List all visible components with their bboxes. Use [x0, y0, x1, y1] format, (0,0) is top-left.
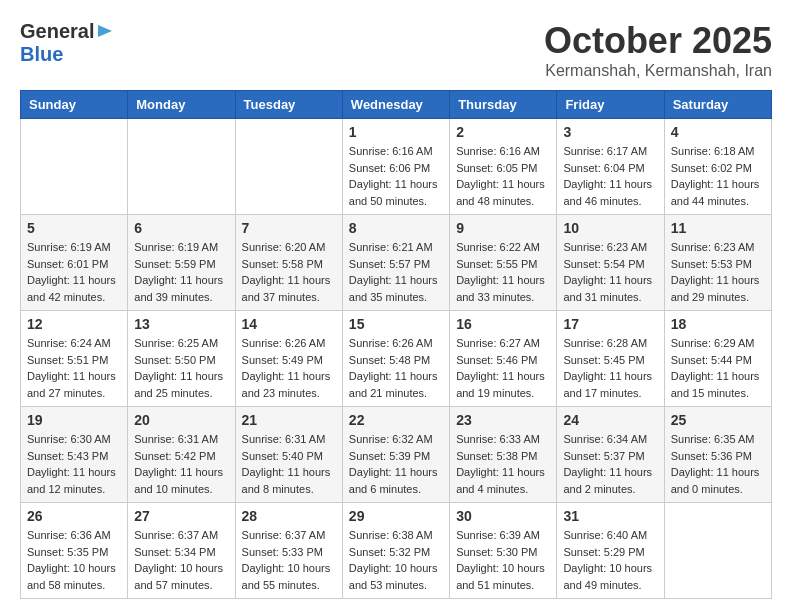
calendar-cell: 16Sunrise: 6:27 AM Sunset: 5:46 PM Dayli…	[450, 311, 557, 407]
calendar-cell: 29Sunrise: 6:38 AM Sunset: 5:32 PM Dayli…	[342, 503, 449, 599]
day-number: 16	[456, 316, 550, 332]
day-info: Sunrise: 6:23 AM Sunset: 5:53 PM Dayligh…	[671, 239, 765, 305]
calendar-cell: 23Sunrise: 6:33 AM Sunset: 5:38 PM Dayli…	[450, 407, 557, 503]
day-info: Sunrise: 6:19 AM Sunset: 5:59 PM Dayligh…	[134, 239, 228, 305]
calendar-cell: 17Sunrise: 6:28 AM Sunset: 5:45 PM Dayli…	[557, 311, 664, 407]
day-info: Sunrise: 6:23 AM Sunset: 5:54 PM Dayligh…	[563, 239, 657, 305]
day-number: 24	[563, 412, 657, 428]
logo-arrow-icon	[96, 22, 114, 40]
day-number: 31	[563, 508, 657, 524]
day-info: Sunrise: 6:29 AM Sunset: 5:44 PM Dayligh…	[671, 335, 765, 401]
header-thursday: Thursday	[450, 91, 557, 119]
header-saturday: Saturday	[664, 91, 771, 119]
day-number: 26	[27, 508, 121, 524]
day-info: Sunrise: 6:31 AM Sunset: 5:40 PM Dayligh…	[242, 431, 336, 497]
day-info: Sunrise: 6:36 AM Sunset: 5:35 PM Dayligh…	[27, 527, 121, 593]
day-number: 22	[349, 412, 443, 428]
day-info: Sunrise: 6:16 AM Sunset: 6:05 PM Dayligh…	[456, 143, 550, 209]
calendar-cell: 27Sunrise: 6:37 AM Sunset: 5:34 PM Dayli…	[128, 503, 235, 599]
day-info: Sunrise: 6:33 AM Sunset: 5:38 PM Dayligh…	[456, 431, 550, 497]
day-info: Sunrise: 6:39 AM Sunset: 5:30 PM Dayligh…	[456, 527, 550, 593]
title-block: October 2025 Kermanshah, Kermanshah, Ira…	[544, 20, 772, 80]
header-sunday: Sunday	[21, 91, 128, 119]
calendar-cell: 8Sunrise: 6:21 AM Sunset: 5:57 PM Daylig…	[342, 215, 449, 311]
calendar-cell: 15Sunrise: 6:26 AM Sunset: 5:48 PM Dayli…	[342, 311, 449, 407]
day-info: Sunrise: 6:19 AM Sunset: 6:01 PM Dayligh…	[27, 239, 121, 305]
week-row-1: 1Sunrise: 6:16 AM Sunset: 6:06 PM Daylig…	[21, 119, 772, 215]
day-number: 18	[671, 316, 765, 332]
calendar-cell: 11Sunrise: 6:23 AM Sunset: 5:53 PM Dayli…	[664, 215, 771, 311]
calendar-cell: 24Sunrise: 6:34 AM Sunset: 5:37 PM Dayli…	[557, 407, 664, 503]
calendar-cell: 5Sunrise: 6:19 AM Sunset: 6:01 PM Daylig…	[21, 215, 128, 311]
calendar-cell: 26Sunrise: 6:36 AM Sunset: 5:35 PM Dayli…	[21, 503, 128, 599]
header-monday: Monday	[128, 91, 235, 119]
calendar-header-row: SundayMondayTuesdayWednesdayThursdayFrid…	[21, 91, 772, 119]
day-number: 23	[456, 412, 550, 428]
calendar-cell: 25Sunrise: 6:35 AM Sunset: 5:36 PM Dayli…	[664, 407, 771, 503]
day-info: Sunrise: 6:21 AM Sunset: 5:57 PM Dayligh…	[349, 239, 443, 305]
week-row-4: 19Sunrise: 6:30 AM Sunset: 5:43 PM Dayli…	[21, 407, 772, 503]
day-number: 30	[456, 508, 550, 524]
day-number: 1	[349, 124, 443, 140]
day-info: Sunrise: 6:20 AM Sunset: 5:58 PM Dayligh…	[242, 239, 336, 305]
calendar-cell: 30Sunrise: 6:39 AM Sunset: 5:30 PM Dayli…	[450, 503, 557, 599]
day-number: 3	[563, 124, 657, 140]
day-info: Sunrise: 6:22 AM Sunset: 5:55 PM Dayligh…	[456, 239, 550, 305]
svg-marker-0	[98, 25, 112, 37]
day-info: Sunrise: 6:37 AM Sunset: 5:33 PM Dayligh…	[242, 527, 336, 593]
day-number: 5	[27, 220, 121, 236]
calendar-cell: 6Sunrise: 6:19 AM Sunset: 5:59 PM Daylig…	[128, 215, 235, 311]
day-info: Sunrise: 6:28 AM Sunset: 5:45 PM Dayligh…	[563, 335, 657, 401]
day-info: Sunrise: 6:26 AM Sunset: 5:49 PM Dayligh…	[242, 335, 336, 401]
header-wednesday: Wednesday	[342, 91, 449, 119]
day-info: Sunrise: 6:31 AM Sunset: 5:42 PM Dayligh…	[134, 431, 228, 497]
day-info: Sunrise: 6:26 AM Sunset: 5:48 PM Dayligh…	[349, 335, 443, 401]
day-number: 14	[242, 316, 336, 332]
calendar-cell: 2Sunrise: 6:16 AM Sunset: 6:05 PM Daylig…	[450, 119, 557, 215]
calendar-subtitle: Kermanshah, Kermanshah, Iran	[544, 62, 772, 80]
calendar-cell: 12Sunrise: 6:24 AM Sunset: 5:51 PM Dayli…	[21, 311, 128, 407]
logo-blue-text: Blue	[20, 43, 63, 66]
day-number: 9	[456, 220, 550, 236]
day-number: 15	[349, 316, 443, 332]
calendar-cell: 22Sunrise: 6:32 AM Sunset: 5:39 PM Dayli…	[342, 407, 449, 503]
header-tuesday: Tuesday	[235, 91, 342, 119]
day-number: 10	[563, 220, 657, 236]
day-info: Sunrise: 6:37 AM Sunset: 5:34 PM Dayligh…	[134, 527, 228, 593]
day-number: 25	[671, 412, 765, 428]
day-info: Sunrise: 6:35 AM Sunset: 5:36 PM Dayligh…	[671, 431, 765, 497]
week-row-3: 12Sunrise: 6:24 AM Sunset: 5:51 PM Dayli…	[21, 311, 772, 407]
day-number: 7	[242, 220, 336, 236]
day-number: 13	[134, 316, 228, 332]
calendar-cell: 7Sunrise: 6:20 AM Sunset: 5:58 PM Daylig…	[235, 215, 342, 311]
day-info: Sunrise: 6:32 AM Sunset: 5:39 PM Dayligh…	[349, 431, 443, 497]
calendar-cell: 20Sunrise: 6:31 AM Sunset: 5:42 PM Dayli…	[128, 407, 235, 503]
week-row-5: 26Sunrise: 6:36 AM Sunset: 5:35 PM Dayli…	[21, 503, 772, 599]
calendar-cell	[21, 119, 128, 215]
day-number: 27	[134, 508, 228, 524]
day-info: Sunrise: 6:40 AM Sunset: 5:29 PM Dayligh…	[563, 527, 657, 593]
calendar-cell: 14Sunrise: 6:26 AM Sunset: 5:49 PM Dayli…	[235, 311, 342, 407]
day-info: Sunrise: 6:30 AM Sunset: 5:43 PM Dayligh…	[27, 431, 121, 497]
calendar-cell: 21Sunrise: 6:31 AM Sunset: 5:40 PM Dayli…	[235, 407, 342, 503]
day-number: 12	[27, 316, 121, 332]
page-header: General Blue October 2025 Kermanshah, Ke…	[20, 20, 772, 80]
day-number: 29	[349, 508, 443, 524]
calendar-cell: 4Sunrise: 6:18 AM Sunset: 6:02 PM Daylig…	[664, 119, 771, 215]
day-number: 17	[563, 316, 657, 332]
day-number: 6	[134, 220, 228, 236]
calendar-cell: 19Sunrise: 6:30 AM Sunset: 5:43 PM Dayli…	[21, 407, 128, 503]
day-number: 8	[349, 220, 443, 236]
day-number: 20	[134, 412, 228, 428]
calendar-cell: 10Sunrise: 6:23 AM Sunset: 5:54 PM Dayli…	[557, 215, 664, 311]
logo: General Blue	[20, 20, 114, 66]
day-number: 19	[27, 412, 121, 428]
calendar-cell: 9Sunrise: 6:22 AM Sunset: 5:55 PM Daylig…	[450, 215, 557, 311]
day-info: Sunrise: 6:24 AM Sunset: 5:51 PM Dayligh…	[27, 335, 121, 401]
calendar-cell: 31Sunrise: 6:40 AM Sunset: 5:29 PM Dayli…	[557, 503, 664, 599]
day-info: Sunrise: 6:34 AM Sunset: 5:37 PM Dayligh…	[563, 431, 657, 497]
day-number: 4	[671, 124, 765, 140]
day-number: 2	[456, 124, 550, 140]
day-info: Sunrise: 6:27 AM Sunset: 5:46 PM Dayligh…	[456, 335, 550, 401]
calendar-table: SundayMondayTuesdayWednesdayThursdayFrid…	[20, 90, 772, 599]
